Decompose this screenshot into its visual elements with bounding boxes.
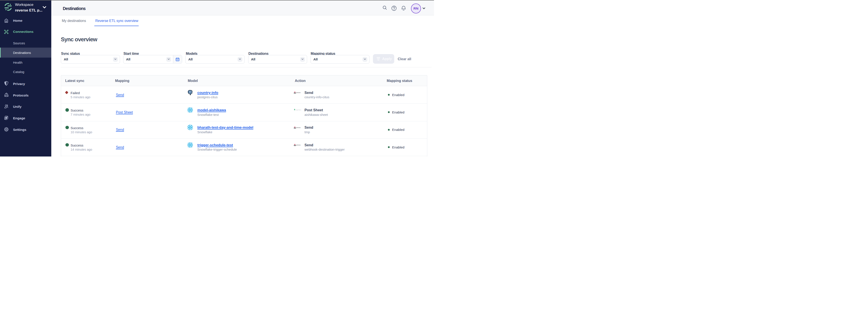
svg-text:Google Sheets: Google Sheets: [296, 109, 301, 110]
svg-text:webhooks: webhooks: [296, 145, 301, 146]
svg-text:webhooks: webhooks: [296, 92, 301, 93]
svg-text:webhooks: webhooks: [296, 127, 301, 128]
